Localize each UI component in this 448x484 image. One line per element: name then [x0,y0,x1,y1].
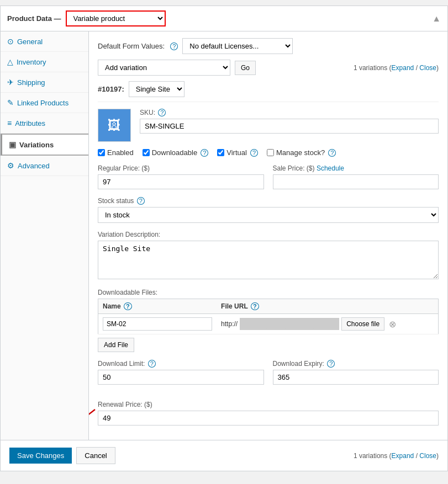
sidebar-item-advanced[interactable]: ⚙ Advanced [1,156,88,176]
download-row: Download Limit: ? Download Expiry: ? [98,360,439,385]
variation-id: #10197: [98,85,124,93]
downloadable-label: Downloadable [152,148,197,157]
linked-products-icon: ✎ [7,98,14,107]
expand-link-bottom[interactable]: Expand [392,452,414,460]
sidebar-item-linked-products-label: Linked Products [17,99,68,107]
files-table: Name ? File URL ? [98,299,439,334]
default-form-help-icon[interactable]: ? [170,42,178,50]
sidebar-item-general[interactable]: ⊙ General [1,31,88,52]
variation-image[interactable]: 🖼 [98,109,131,142]
variation-desc-row: Variation Description: Single Site [98,231,439,281]
sale-price-col: Sale Price: ($) Schedule [273,164,439,189]
manage-stock-help-icon[interactable]: ? [328,149,336,157]
add-variation-select[interactable]: Add variation Create variations from all… [98,60,230,76]
virtual-label: Virtual [226,148,247,157]
sidebar-item-advanced-label: Advanced [18,162,50,170]
renewal-price-section: Renewal Price: ($) [98,392,439,426]
downloadable-checkbox-label[interactable]: Downloadable ? [143,148,209,157]
download-limit-help-icon[interactable]: ? [148,360,156,368]
add-file-button[interactable]: Add File [98,338,134,352]
regular-price-label: Regular Price: ($) [98,164,264,172]
file-url-prefix: http:// [221,320,238,328]
sale-price-label: Sale Price: ($) Schedule [273,164,439,172]
enabled-checkbox[interactable] [98,149,105,156]
sidebar-item-inventory[interactable]: △ Inventory [1,52,88,72]
table-row: http:// ████████████████████ Choose file… [98,314,439,334]
price-row: Regular Price: ($) Sale Price: ($) Sched… [98,164,439,189]
save-changes-button[interactable]: Save Changes [9,448,72,464]
sidebar-item-linked-products[interactable]: ✎ Linked Products [1,93,88,113]
downloadable-checkbox[interactable] [143,149,150,156]
product-data-body: ⊙ General △ Inventory ✈ Shipping ✎ Linke… [1,31,447,440]
manage-stock-checkbox-label[interactable]: Manage stock? ? [267,148,336,157]
file-name-input[interactable] [103,317,212,331]
expand-link-top[interactable]: Expand [392,64,414,72]
product-data-title: Product Data — Simple product Variable p… [7,10,166,26]
download-expiry-input[interactable] [273,370,439,385]
go-button[interactable]: Go [235,61,256,75]
sidebar-item-shipping-label: Shipping [17,78,45,87]
enabled-checkbox-label[interactable]: Enabled [98,148,134,157]
remove-file-button[interactable]: ⊗ [387,319,398,329]
close-link-top[interactable]: Close [419,64,436,72]
collapse-arrow-icon[interactable]: ▲ [432,14,441,24]
default-form-select[interactable]: No default Licenses... [182,38,293,54]
variation-site-select[interactable]: Single Site Multi Site Unlimited [129,81,185,97]
sidebar: ⊙ General △ Inventory ✈ Shipping ✎ Linke… [1,31,89,440]
general-icon: ⊙ [7,37,14,46]
manage-stock-checkbox[interactable] [267,149,274,156]
close-link-bottom[interactable]: Close [419,452,436,460]
files-col-url-header: File URL ? [217,299,438,314]
sku-input[interactable] [140,119,439,134]
stock-status-help-icon[interactable]: ? [137,197,145,205]
variation-desc-textarea[interactable]: Single Site [98,241,439,279]
virtual-checkbox[interactable] [217,149,224,156]
default-form-row: Default Form Values: ? No default Licens… [98,38,439,54]
stock-status-label: Stock status ? [98,197,439,205]
stock-status-select[interactable]: In stock Out of stock On backorder [98,207,439,223]
files-table-header-row: Name ? File URL ? [98,299,439,314]
sku-help-icon[interactable]: ? [158,109,166,116]
footer-right: 1 variations (Expand / Close) [354,452,439,460]
regular-price-input[interactable] [98,174,264,189]
cancel-button[interactable]: Cancel [76,447,115,464]
download-expiry-help-icon[interactable]: ? [327,360,335,368]
download-expiry-label: Download Expiry: ? [273,360,439,368]
downloadable-help-icon[interactable]: ? [201,149,208,157]
downloadable-files-label: Downloadable Files: [98,289,439,296]
variations-count-top: 1 variations (Expand / Close) [354,64,439,72]
variations-icon: ▣ [9,140,16,149]
sidebar-item-variations[interactable]: ▣ Variations [1,134,88,156]
files-url-help-icon[interactable]: ? [251,302,259,310]
schedule-link[interactable]: Schedule [317,164,344,172]
download-limit-label: Download Limit: ? [98,360,264,368]
variation-header: #10197: Single Site Multi Site Unlimited [98,81,439,102]
variation-fields: 🖼 SKU: ? [98,109,439,142]
default-form-label: Default Form Values: [98,42,165,50]
checkboxes-row: Enabled Downloadable ? Virtual ? Manage … [98,148,439,157]
choose-file-button[interactable]: Choose file [341,317,384,331]
renewal-price-input[interactable] [98,411,439,426]
product-data-header: Product Data — Simple product Variable p… [1,6,447,31]
inventory-icon: △ [7,57,13,66]
sale-price-input[interactable] [273,174,439,189]
regular-price-col: Regular Price: ($) [98,164,264,189]
virtual-checkbox-label[interactable]: Virtual ? [217,148,258,157]
files-name-help-icon[interactable]: ? [124,302,132,310]
shipping-icon: ✈ [7,78,14,87]
product-type-select[interactable]: Simple product Variable product Grouped … [66,10,166,26]
stock-status-row: Stock status ? In stock Out of stock On … [98,197,439,223]
downloadable-files: Downloadable Files: Name ? File URL ? [98,289,439,352]
variation-image-col: 🖼 [98,109,131,142]
sidebar-item-inventory-label: Inventory [17,58,46,66]
file-url-cell: http:// ████████████████████ Choose file… [217,314,438,334]
product-data-label: Product Data — [7,14,61,23]
virtual-help-icon[interactable]: ? [250,149,258,157]
download-limit-input[interactable] [98,370,264,385]
add-variation-row: Add variation Create variations from all… [98,60,439,76]
sidebar-item-attributes[interactable]: ≡ Attributes [1,113,88,134]
enabled-label: Enabled [107,148,134,157]
advanced-icon: ⚙ [7,161,14,170]
sidebar-item-variations-label: Variations [19,141,54,149]
sidebar-item-shipping[interactable]: ✈ Shipping [1,72,88,93]
